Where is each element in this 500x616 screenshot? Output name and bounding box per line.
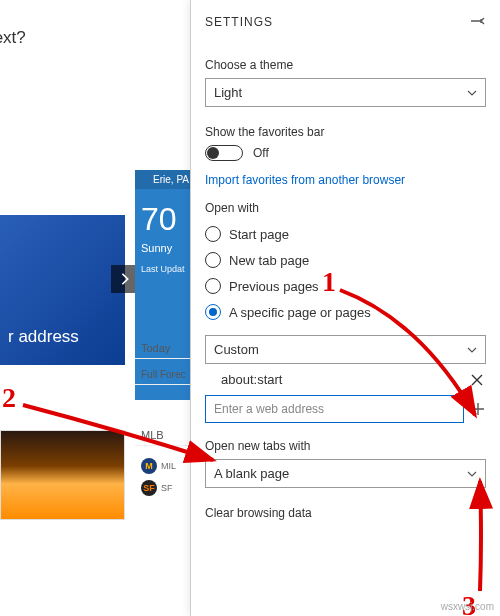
favorites-label: Show the favorites bar bbox=[205, 125, 486, 139]
team-row-sf[interactable]: SF SF bbox=[135, 477, 195, 499]
weather-location: Erie, PA bbox=[135, 170, 195, 189]
radio-label: New tab page bbox=[229, 253, 309, 268]
add-page-row bbox=[205, 395, 486, 423]
team-badge-icon: SF bbox=[141, 480, 157, 496]
radio-icon bbox=[205, 304, 221, 320]
web-address-input[interactable] bbox=[205, 395, 464, 423]
chevron-down-icon bbox=[467, 88, 477, 98]
team-code: MIL bbox=[161, 461, 176, 471]
openwith-radio-group: Start page New tab page Previous pages A… bbox=[205, 221, 486, 325]
custom-page-value: Custom bbox=[214, 342, 259, 357]
radio-label: Start page bbox=[229, 227, 289, 242]
custom-page-select[interactable]: Custom bbox=[205, 335, 486, 364]
favorites-toggle[interactable] bbox=[205, 145, 243, 161]
theme-label: Choose a theme bbox=[205, 58, 486, 72]
team-row-mil[interactable]: M MIL bbox=[135, 455, 195, 477]
sports-teams: M MIL SF SF bbox=[135, 455, 195, 499]
sports-mlb-heading[interactable]: MLB bbox=[135, 425, 195, 446]
openwith-label: Open with bbox=[205, 201, 486, 215]
settings-title: SETTINGS bbox=[205, 15, 273, 29]
watermark: wsxwsj.com bbox=[441, 601, 494, 612]
team-badge-icon: M bbox=[141, 458, 157, 474]
pin-icon[interactable] bbox=[470, 14, 486, 30]
toggle-knob bbox=[207, 147, 219, 159]
chevron-down-icon bbox=[467, 469, 477, 479]
radio-specific[interactable]: A specific page or pages bbox=[205, 299, 486, 325]
news-tile[interactable]: r address bbox=[0, 215, 125, 365]
theme-value: Light bbox=[214, 85, 242, 100]
radio-new-tab[interactable]: New tab page bbox=[205, 247, 486, 273]
theme-select[interactable]: Light bbox=[205, 78, 486, 107]
remove-page-icon[interactable] bbox=[470, 373, 484, 387]
radio-label: A specific page or pages bbox=[229, 305, 371, 320]
add-page-icon[interactable] bbox=[470, 401, 486, 417]
settings-header: SETTINGS bbox=[191, 0, 500, 42]
radio-previous[interactable]: Previous pages bbox=[205, 273, 486, 299]
newtabs-select[interactable]: A blank page bbox=[205, 459, 486, 488]
bg-prompt-text: o next? bbox=[0, 28, 26, 48]
page-entry-row: about:start bbox=[205, 364, 486, 395]
radio-icon bbox=[205, 278, 221, 294]
weather-temp: 70 bbox=[135, 189, 195, 238]
radio-start-page[interactable]: Start page bbox=[205, 221, 486, 247]
background-content: o next? r address Erie, PA 70 Sunny Last… bbox=[0, 0, 190, 616]
weather-today[interactable]: Today bbox=[135, 338, 195, 359]
weather-forecast[interactable]: Full Forec bbox=[135, 365, 195, 385]
import-favorites-link[interactable]: Import favorites from another browser bbox=[205, 173, 486, 187]
team-code: SF bbox=[161, 483, 173, 493]
favorites-toggle-label: Off bbox=[253, 146, 269, 160]
newtabs-label: Open new tabs with bbox=[205, 439, 486, 453]
chevron-down-icon bbox=[467, 345, 477, 355]
page-entry-text: about:start bbox=[207, 372, 282, 387]
clear-data-label: Clear browsing data bbox=[205, 506, 486, 520]
news-tile-caption: r address bbox=[8, 327, 79, 347]
radio-label: Previous pages bbox=[229, 279, 319, 294]
radio-icon bbox=[205, 226, 221, 242]
radio-icon bbox=[205, 252, 221, 268]
weather-condition: Sunny bbox=[135, 238, 195, 258]
weather-updated: Last Updat bbox=[135, 258, 195, 280]
settings-panel: SETTINGS Choose a theme Light Show the f… bbox=[190, 0, 500, 616]
newtabs-value: A blank page bbox=[214, 466, 289, 481]
news-thumbnail[interactable] bbox=[0, 430, 125, 520]
